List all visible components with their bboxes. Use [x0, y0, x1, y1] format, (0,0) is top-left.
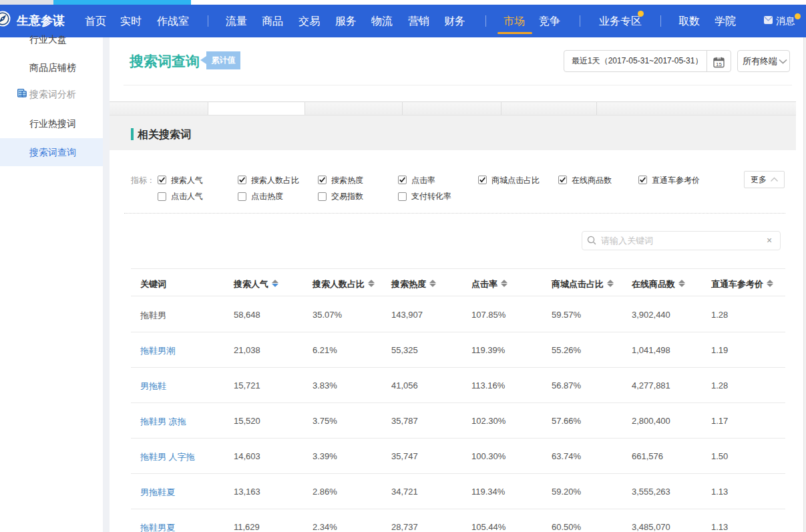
svg-text:15: 15: [716, 61, 722, 67]
